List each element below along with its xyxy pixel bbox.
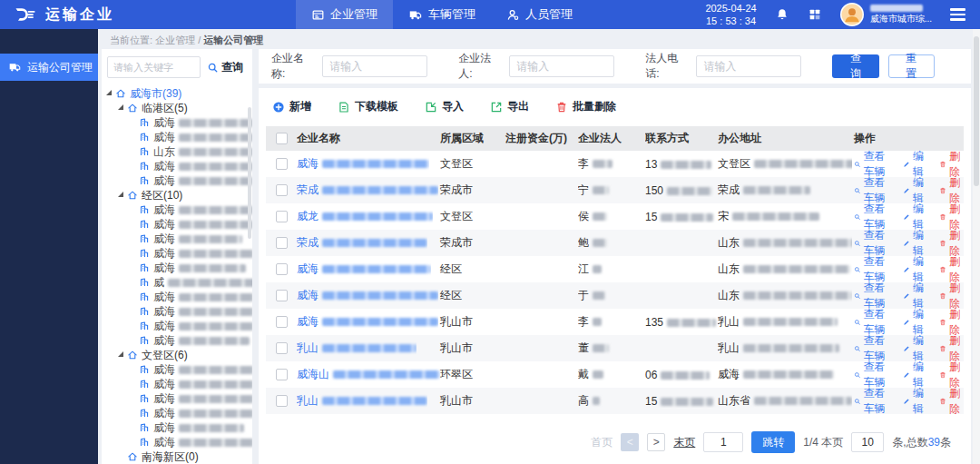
tree-node-region[interactable]: 文登区(6) xyxy=(106,348,252,362)
notifications-button[interactable] xyxy=(775,7,789,22)
user-profile[interactable]: 威海市城市综... xyxy=(840,3,932,26)
last-page-button[interactable]: 末页 xyxy=(673,435,695,450)
building-icon xyxy=(139,335,150,346)
tree-node-company[interactable]: 威海 xyxy=(106,130,252,144)
tree-node-company[interactable]: 威海 xyxy=(106,159,252,173)
search-button[interactable]: 查询 xyxy=(832,54,878,78)
tree-node-company[interactable]: 威海 xyxy=(106,377,252,391)
company-name-link[interactable]: 威海 xyxy=(297,262,431,277)
page-scrollbar-thumb[interactable] xyxy=(974,36,979,186)
import-button[interactable]: 导入 xyxy=(425,99,464,114)
view-vehicles-link[interactable]: 查看车辆 xyxy=(854,386,891,417)
tree-node-company[interactable]: 威海 xyxy=(106,435,252,449)
tree-node-region[interactable]: 南海新区(0) xyxy=(106,449,252,464)
redacted-text xyxy=(179,264,246,272)
company-name-link[interactable]: 荣成 xyxy=(297,183,438,198)
building-icon xyxy=(139,379,150,390)
apps-menu-button[interactable] xyxy=(808,7,822,22)
company-name-link[interactable]: 威龙 xyxy=(297,209,433,224)
row-checkbox[interactable] xyxy=(276,369,288,380)
tree-node-company[interactable]: 威海 xyxy=(106,333,252,348)
page-number-input[interactable] xyxy=(703,432,743,452)
page-size-input[interactable] xyxy=(851,432,884,452)
batch-delete-button[interactable]: 批量删除 xyxy=(555,99,616,114)
tree-node-company[interactable]: 威 xyxy=(106,275,252,290)
avatar xyxy=(840,3,864,26)
tree-node-company[interactable]: 威海 xyxy=(106,246,252,261)
tree-node-company[interactable]: 威海 xyxy=(106,319,252,333)
redacted-text xyxy=(593,239,607,247)
tree-search-button[interactable]: 查询 xyxy=(207,60,243,75)
tree-scrollbar[interactable] xyxy=(248,107,251,239)
edit-link[interactable]: 编辑 xyxy=(903,386,927,417)
tree-node-company[interactable]: 威海 xyxy=(106,261,252,275)
redacted-text xyxy=(179,424,244,432)
tree-node-region[interactable]: 经区(10) xyxy=(106,188,252,202)
company-name-link[interactable]: 威海 xyxy=(297,156,429,172)
tree-node-company[interactable]: 威海 xyxy=(106,391,252,406)
tree-node-company[interactable]: 威海 xyxy=(106,202,252,217)
tree-node-company[interactable]: 威海 xyxy=(106,362,252,377)
building-icon xyxy=(139,321,150,331)
delete-link[interactable]: 删除 xyxy=(939,386,964,417)
tree-node-company[interactable]: 威海 xyxy=(106,232,252,246)
row-checkbox[interactable] xyxy=(276,290,288,301)
tree-node-company[interactable]: 威海 xyxy=(106,304,252,319)
prev-page-button[interactable]: < xyxy=(621,433,639,451)
row-checkbox[interactable] xyxy=(276,184,288,196)
company-name-input[interactable] xyxy=(322,55,427,77)
tab-enterprise-management[interactable]: 企业管理 xyxy=(296,0,393,29)
top-right-area: 2025-04-24 15 : 53 : 34 威海市城市综... xyxy=(705,2,980,28)
tab-personnel-management[interactable]: 人员管理 xyxy=(491,0,588,29)
jump-button[interactable]: 跳转 xyxy=(751,431,795,453)
select-all-checkbox[interactable] xyxy=(276,133,288,144)
row-checkbox[interactable] xyxy=(276,395,288,407)
tree-node-company[interactable]: 威海 xyxy=(106,406,252,420)
row-checkbox[interactable] xyxy=(276,342,288,354)
company-name-link[interactable]: 荣成 xyxy=(297,235,427,251)
company-name-link[interactable]: 乳山 xyxy=(297,393,427,409)
tree-node-company[interactable]: 威海 xyxy=(106,115,252,130)
tree-node-company[interactable]: 威海 xyxy=(106,173,252,188)
next-page-button[interactable]: > xyxy=(647,433,665,451)
company-name-link[interactable]: 威海 xyxy=(297,288,438,303)
tree-node-company[interactable]: 威海 xyxy=(106,217,252,232)
reset-button[interactable]: 重置 xyxy=(888,54,935,78)
download-template-button[interactable]: 下载模板 xyxy=(338,99,398,114)
page-scrollbar[interactable] xyxy=(973,29,980,464)
export-button[interactable]: 导出 xyxy=(490,99,529,114)
first-page-button[interactable]: 首页 xyxy=(591,435,612,450)
hamburger-menu-icon[interactable] xyxy=(950,8,965,20)
redacted-text xyxy=(593,212,607,221)
tree-node-company[interactable]: 威海 xyxy=(106,420,252,435)
company-name-link[interactable]: 威海山 xyxy=(297,367,440,382)
row-checkbox[interactable] xyxy=(276,237,288,249)
phone-cell: 15 xyxy=(645,395,718,408)
tree-node-city[interactable]: 威海市(39) xyxy=(106,86,252,101)
row-checkbox[interactable] xyxy=(276,263,288,275)
table-header-row: 企业名称 所属区域 注册资金(万) 企业法人 联系方式 办公地址 操作 xyxy=(266,126,964,151)
tree-search-input[interactable] xyxy=(107,56,201,78)
tree-node-region[interactable]: 临港区(5) xyxy=(106,101,252,115)
redacted-text xyxy=(179,148,252,156)
row-checkbox[interactable] xyxy=(276,211,288,222)
company-name-link[interactable]: 乳山 xyxy=(297,341,416,356)
pencil-icon xyxy=(903,238,910,249)
tab-vehicle-management[interactable]: 车辆管理 xyxy=(393,0,491,29)
tree-node-company[interactable]: 山东 xyxy=(106,144,252,159)
redacted-text xyxy=(661,213,713,222)
row-checkbox[interactable] xyxy=(276,316,288,328)
sidebar-item-transport-company[interactable]: 运输公司管理 xyxy=(0,54,98,81)
legal-person-input[interactable] xyxy=(509,55,614,77)
redacted-text xyxy=(333,370,440,379)
redacted-text xyxy=(179,177,252,185)
building-icon xyxy=(139,146,150,157)
tree-node-company[interactable]: 威海 xyxy=(106,290,252,304)
row-checkbox[interactable] xyxy=(276,158,288,170)
redacted-text xyxy=(593,397,600,405)
enterprise-icon xyxy=(311,8,325,22)
region-cell: 经区 xyxy=(440,262,505,277)
add-button[interactable]: 新增 xyxy=(272,99,311,114)
company-name-link[interactable]: 威海 xyxy=(297,314,438,330)
legal-phone-input[interactable] xyxy=(696,55,801,77)
